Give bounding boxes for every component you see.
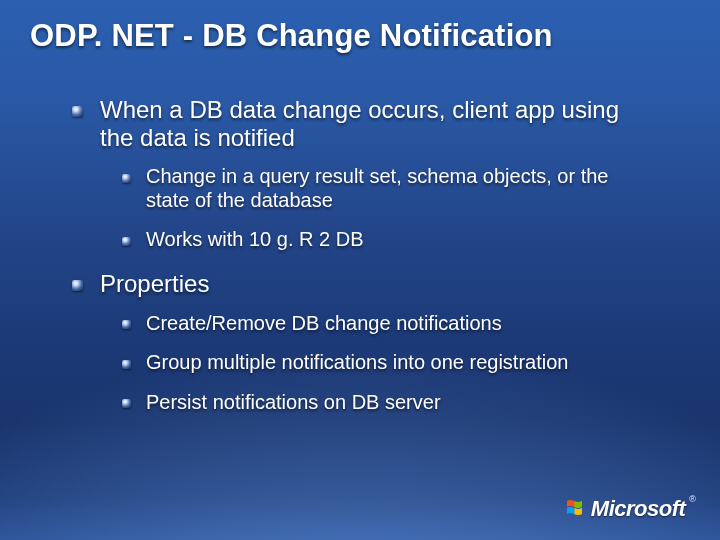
trademark-symbol: ® (689, 494, 696, 504)
bullet-list: When a DB data change occurs, client app… (36, 96, 696, 414)
list-item: Works with 10 g. R 2 DB (122, 228, 622, 252)
list-item: Create/Remove DB change notifications (122, 312, 622, 336)
sub-list: Change in a query result set, schema obj… (100, 165, 632, 252)
list-item-text: Change in a query result set, schema obj… (146, 165, 608, 211)
list-item-text: Create/Remove DB change notifications (146, 312, 502, 334)
list-item: Properties Create/Remove DB change notif… (72, 270, 632, 414)
list-item-text: When a DB data change occurs, client app… (100, 96, 619, 151)
list-item: Persist notifications on DB server (122, 391, 622, 415)
list-item: When a DB data change occurs, client app… (72, 96, 632, 252)
list-item-text: Persist notifications on DB server (146, 391, 441, 413)
sub-list: Create/Remove DB change notifications Gr… (100, 312, 632, 415)
microsoft-logo: Microsoft ® (565, 496, 694, 522)
slide: ODP. NET - DB Change Notification When a… (0, 0, 720, 540)
list-item-text: Works with 10 g. R 2 DB (146, 228, 363, 250)
logo-text: Microsoft (591, 496, 686, 522)
slide-title: ODP. NET - DB Change Notification (30, 18, 696, 54)
list-item-text: Properties (100, 270, 209, 297)
list-item-text: Group multiple notifications into one re… (146, 351, 568, 373)
windows-flag-icon (565, 497, 589, 521)
list-item: Group multiple notifications into one re… (122, 351, 622, 375)
list-item: Change in a query result set, schema obj… (122, 165, 622, 212)
